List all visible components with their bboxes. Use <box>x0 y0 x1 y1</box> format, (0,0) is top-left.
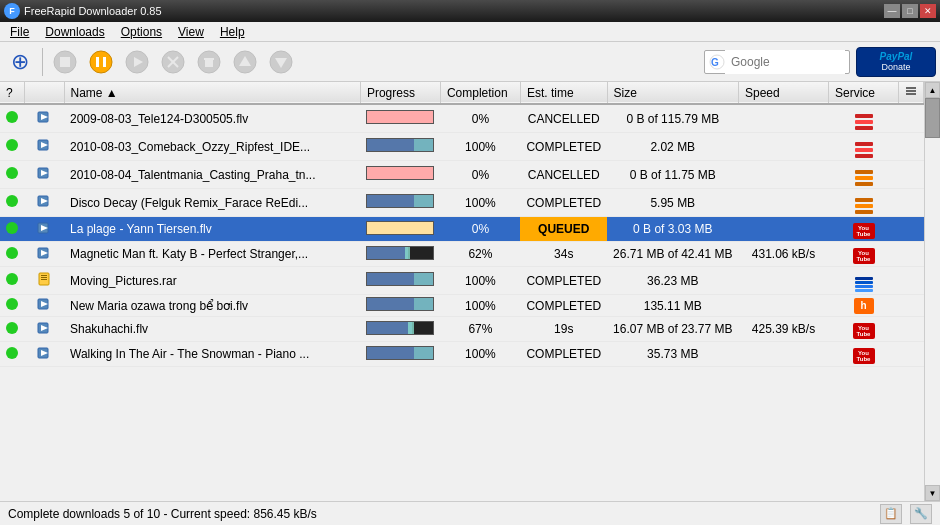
progress-cell <box>360 189 440 217</box>
extra-cell <box>899 295 924 317</box>
col-header-icons[interactable] <box>24 82 64 104</box>
table-row[interactable]: La plage - Yann Tiersen.flv0%QUEUED0 B o… <box>0 217 924 242</box>
stop-button[interactable] <box>49 46 81 78</box>
speed-cell <box>739 161 829 189</box>
title-bar-left: F FreeRapid Downloader 0.85 <box>4 3 162 19</box>
esttime-cell: CANCELLED <box>520 161 607 189</box>
table-row[interactable]: Disco Decay (Felguk Remix_Farace ReEdi..… <box>0 189 924 217</box>
menu-help[interactable]: Help <box>212 23 253 41</box>
completion-cell: 100% <box>440 267 520 295</box>
col-header-question[interactable]: ? <box>0 82 24 104</box>
progress-cell <box>360 242 440 267</box>
resume-button[interactable] <box>121 46 153 78</box>
col-header-name[interactable]: Name ▲ <box>64 82 360 104</box>
paypal-donate-button[interactable]: PayPal Donate <box>856 47 936 77</box>
menu-file[interactable]: File <box>2 23 37 41</box>
scroll-down-button[interactable]: ▼ <box>925 485 940 501</box>
search-input[interactable] <box>725 50 845 74</box>
minimize-button[interactable]: — <box>884 4 900 18</box>
title-bar-controls: — □ ✕ <box>884 4 936 18</box>
status-cell <box>0 104 24 133</box>
size-cell: 0 B of 3.03 MB <box>607 217 738 242</box>
svg-rect-19 <box>906 87 916 89</box>
delete-button[interactable] <box>193 46 225 78</box>
esttime-cell: COMPLETED <box>520 342 607 367</box>
table-header-row: ? Name ▲ Progress Completion Est. time S… <box>0 82 924 104</box>
esttime-cell: COMPLETED <box>520 267 607 295</box>
h-service-icon: h <box>854 298 874 314</box>
file-icon-cell <box>24 161 64 189</box>
stripe-red-icon <box>855 142 873 158</box>
status-icon-settings[interactable]: 🔧 <box>910 504 932 524</box>
filename-cell: Moving_Pictures.rar <box>64 267 360 295</box>
svg-rect-3 <box>96 57 99 67</box>
file-icon-cell <box>24 133 64 161</box>
progress-cell <box>360 217 440 242</box>
down-button[interactable] <box>265 46 297 78</box>
scroll-up-button[interactable]: ▲ <box>925 82 940 98</box>
speed-cell <box>739 267 829 295</box>
svg-rect-37 <box>41 279 47 280</box>
table-row[interactable]: New Maria ozawa trong bể bơi.flv100%COMP… <box>0 295 924 317</box>
pause-button[interactable] <box>85 46 117 78</box>
speed-cell <box>739 342 829 367</box>
up-button[interactable] <box>229 46 261 78</box>
scrollbar[interactable]: ▲ ▼ <box>924 82 940 501</box>
file-icon-cell <box>24 104 64 133</box>
menu-options[interactable]: Options <box>113 23 170 41</box>
video-icon <box>37 297 51 311</box>
col-header-progress[interactable]: Progress <box>360 82 440 104</box>
service-cell <box>829 267 899 295</box>
col-header-speed[interactable]: Speed <box>739 82 829 104</box>
table-row[interactable]: Magnetic Man ft. Katy B - Perfect Strang… <box>0 242 924 267</box>
main-content: ? Name ▲ Progress Completion Est. time S… <box>0 82 940 501</box>
scroll-thumb[interactable] <box>925 98 940 138</box>
size-cell: 35.73 MB <box>607 342 738 367</box>
file-icon-cell <box>24 217 64 242</box>
download-table: ? Name ▲ Progress Completion Est. time S… <box>0 82 924 367</box>
table-row[interactable]: Moving_Pictures.rar100%COMPLETED36.23 MB <box>0 267 924 295</box>
youtube-icon: YouTube <box>853 223 875 239</box>
progress-cell <box>360 161 440 189</box>
col-header-esttime[interactable]: Est. time <box>520 82 607 104</box>
service-cell: YouTube <box>829 317 899 342</box>
menu-downloads[interactable]: Downloads <box>37 23 112 41</box>
stripe-orange-icon <box>855 198 873 214</box>
maximize-button[interactable]: □ <box>902 4 918 18</box>
completion-cell: 62% <box>440 242 520 267</box>
esttime-cell: COMPLETED <box>520 295 607 317</box>
size-cell: 26.71 MB of 42.41 MB <box>607 242 738 267</box>
filename-cell: La plage - Yann Tiersen.flv <box>64 217 360 242</box>
status-cell <box>0 161 24 189</box>
col-header-service[interactable]: Service <box>829 82 899 104</box>
col-header-completion[interactable]: Completion <box>440 82 520 104</box>
close-button[interactable]: ✕ <box>920 4 936 18</box>
status-icon-clipboard[interactable]: 📋 <box>880 504 902 524</box>
rapidshare-icon <box>855 277 873 292</box>
svg-rect-35 <box>41 275 47 276</box>
col-header-size[interactable]: Size <box>607 82 738 104</box>
scroll-track[interactable] <box>925 98 940 485</box>
table-row[interactable]: 2009-08-03_Tele124-D300505.flv0%CANCELLE… <box>0 104 924 133</box>
completion-cell: 100% <box>440 295 520 317</box>
app-title: FreeRapid Downloader 0.85 <box>24 5 162 17</box>
add-button[interactable]: ⊕ <box>4 46 36 78</box>
video-icon <box>37 321 51 335</box>
video-icon <box>37 138 51 152</box>
completion-cell: 0% <box>440 161 520 189</box>
video-icon <box>37 346 51 360</box>
extra-cell <box>899 317 924 342</box>
speed-cell: 425.39 kB/s <box>739 317 829 342</box>
status-cell <box>0 267 24 295</box>
table-row[interactable]: 2010-08-03_Comeback_Ozzy_Ripfest_IDE...1… <box>0 133 924 161</box>
status-cell <box>0 242 24 267</box>
table-row[interactable]: 2010-08-04_Talentmania_Casting_Praha_tn.… <box>0 161 924 189</box>
table-row[interactable]: Walking In The Air - The Snowman - Piano… <box>0 342 924 367</box>
esttime-cell: COMPLETED <box>520 189 607 217</box>
esttime-cell: QUEUED <box>520 217 607 242</box>
menu-view[interactable]: View <box>170 23 212 41</box>
table-row[interactable]: Shakuhachi.flv67%19s16.07 MB of 23.77 MB… <box>0 317 924 342</box>
col-header-extra[interactable] <box>899 82 924 104</box>
cancel-button[interactable] <box>157 46 189 78</box>
table-scroll: ? Name ▲ Progress Completion Est. time S… <box>0 82 924 501</box>
